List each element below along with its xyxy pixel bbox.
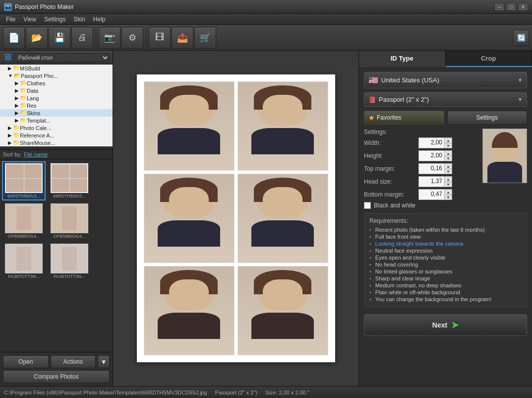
favorites-button[interactable]: ★ Favorites [364, 111, 444, 125]
folder-dropdown[interactable]: Рабочий стол [14, 53, 110, 62]
bottommargin-up-button[interactable]: ▲ [444, 189, 452, 195]
toolbar-film[interactable]: 🎞 [149, 27, 171, 49]
expand-icon: ▶ [8, 125, 12, 131]
menu-file[interactable]: File [2, 15, 19, 24]
tree-item-photocal[interactable]: ▶ 📁 Photo Cale... [0, 124, 113, 132]
setting-row-bottommargin: Bottom margin: 0,47 ▲ ▼ [364, 189, 475, 200]
thumbnail-image-3a [5, 244, 43, 273]
height-input-group: 2,00 ▲ ▼ [418, 150, 452, 161]
tree-item-reference[interactable]: ▶ 📁 Reference A... [0, 132, 113, 139]
folder-icon: 📂 [14, 72, 21, 79]
req-text: Eyes open and clearly visible [375, 255, 446, 261]
thumbnail-label-2a: OPB5BBIOG4... [7, 234, 40, 239]
app-title: Passport Photo Maker [15, 3, 494, 10]
next-label: Next [432, 321, 447, 329]
bottommargin-input-group: 0,47 ▲ ▼ [418, 189, 452, 200]
toolbar-new[interactable]: 📄 [3, 27, 25, 49]
menu-help[interactable]: Help [89, 15, 110, 24]
tree-item-res[interactable]: ▶ 📁 Res [0, 102, 113, 109]
tree-item-sharemouse[interactable]: ▶ 📁 ShareMouse... [0, 139, 113, 146]
toolbar-settings[interactable]: ⚙ [121, 27, 143, 49]
toolbar-upload[interactable]: 📤 [172, 27, 193, 49]
height-up-button[interactable]: ▲ [444, 150, 452, 156]
head-6 [258, 273, 307, 311]
face-5 [169, 279, 209, 309]
bottommargin-down-button[interactable]: ▼ [444, 195, 452, 200]
toolbar-separator [96, 29, 96, 47]
thumb-row-3: PA36TOTT3N... PA36TOTT3N... [2, 242, 111, 281]
tree-item-skins[interactable]: ▶ 📁 Skins [0, 109, 113, 117]
bw-checkbox[interactable] [364, 202, 371, 209]
requirements-list: Recent photo (taken within the last 6 mo… [369, 226, 522, 303]
tree-label: Photo Cale... [20, 125, 52, 131]
thumbnail-label-3b: PA36TOTT3N... [54, 274, 85, 279]
toolbar-camera[interactable]: 📷 [99, 27, 120, 49]
face-4 [263, 187, 302, 217]
thumbnail-label-3a: PA36TOTT3N... [8, 274, 40, 279]
head-4 [258, 181, 307, 218]
width-spinners: ▲ ▼ [444, 137, 452, 148]
thumbnail-item-1b[interactable]: 66RDTH5MV3... [48, 161, 91, 200]
headsize-down-button[interactable]: ▼ [444, 182, 452, 187]
topmargin-up-button[interactable]: ▲ [444, 163, 452, 169]
thumbnail-item-2b[interactable]: OPB5BBIOG4... [48, 201, 91, 241]
req-text: Plain white or off-white background [375, 289, 460, 295]
document-name: Passport (2" x 2") [379, 96, 515, 103]
toolbar-open[interactable]: 📂 [26, 27, 48, 49]
setting-row-width: Width: 2,00 ▲ ▼ [364, 137, 475, 148]
preview-hair [492, 132, 518, 147]
tree-item-clothes[interactable]: ▶ 📁 Clothes [0, 79, 113, 87]
tree-item-data[interactable]: ▶ 📁 Data [0, 87, 113, 94]
thumbnail-item-3a[interactable]: PA36TOTT3N... [2, 242, 46, 281]
thumbnail-item-2a[interactable]: OPB5BBIOG4... [2, 201, 46, 241]
tree-item-msbuild[interactable]: ▶ 📁 MSBuild [0, 65, 113, 72]
bottommargin-value: 0,47 [418, 189, 444, 200]
thumbnail-item-3b[interactable]: PA36TOTT3N... [48, 242, 91, 281]
body-4 [251, 220, 314, 247]
toolbar-print[interactable]: 🖨 [71, 27, 93, 49]
compare-photos-button[interactable]: Compare Photos [3, 370, 110, 383]
actions-arrow-button[interactable]: ▼ [98, 355, 110, 368]
tree-label: ShareMouse... [20, 140, 56, 146]
req-text: No tinted glasses or sunglasses [375, 268, 452, 274]
maximize-button[interactable]: □ [506, 3, 516, 11]
topmargin-value: 0,16 [418, 163, 444, 174]
thumbnail-item-1a[interactable]: 66RDTH5MV3... [2, 161, 46, 200]
country-dropdown[interactable]: 🇺🇸 United States (USA) ▼ [364, 72, 527, 88]
bw-row: Black and white [364, 202, 475, 209]
toolbar-refresh[interactable]: 🔄 [513, 30, 529, 46]
tab-crop[interactable]: Crop [446, 51, 532, 66]
document-dropdown[interactable]: 📕 Passport (2" x 2") ▼ [364, 92, 527, 107]
next-button[interactable]: Next ➤ [364, 314, 527, 336]
topmargin-input-group: 0,16 ▲ ▼ [418, 163, 452, 174]
width-input-group: 2,00 ▲ ▼ [418, 137, 452, 148]
desktop-icon: 🖥 [3, 52, 12, 63]
actions-button[interactable]: Actions [51, 355, 96, 368]
face-1 [169, 95, 209, 125]
menu-skin[interactable]: Skin [70, 15, 89, 24]
minimize-button[interactable]: ─ [494, 3, 504, 11]
tree-item-templates[interactable]: ▶ 📁 Templat... [0, 117, 113, 124]
width-down-button[interactable]: ▼ [444, 143, 452, 148]
tab-id-type[interactable]: ID Type [359, 51, 446, 67]
sort-link[interactable]: File name [24, 151, 48, 157]
tree-label: Skins [27, 110, 40, 116]
open-button[interactable]: Open [3, 355, 49, 368]
right-content: 🇺🇸 United States (USA) ▼ 📕 Passport (2" … [359, 67, 532, 386]
head-1 [164, 89, 214, 126]
folder-icon: 📁 [20, 102, 27, 109]
toolbar-save[interactable]: 💾 [49, 27, 70, 49]
width-up-button[interactable]: ▲ [444, 137, 452, 143]
tree-item-passport[interactable]: ▼ 📂 Passport Pho... [0, 72, 113, 79]
close-button[interactable]: ✕ [518, 3, 528, 11]
menu-settings[interactable]: Settings [40, 15, 69, 24]
headsize-up-button[interactable]: ▲ [444, 176, 452, 182]
menu-view[interactable]: View [19, 15, 40, 24]
preview-body [487, 162, 522, 183]
sort-bar: Sort by: File name [0, 150, 113, 159]
toolbar-cart[interactable]: 🛒 [194, 27, 216, 49]
tree-item-lang[interactable]: ▶ 📁 Lang [0, 94, 113, 102]
settings-button[interactable]: Settings [447, 111, 528, 125]
height-down-button[interactable]: ▼ [444, 156, 452, 161]
topmargin-down-button[interactable]: ▼ [444, 169, 452, 174]
